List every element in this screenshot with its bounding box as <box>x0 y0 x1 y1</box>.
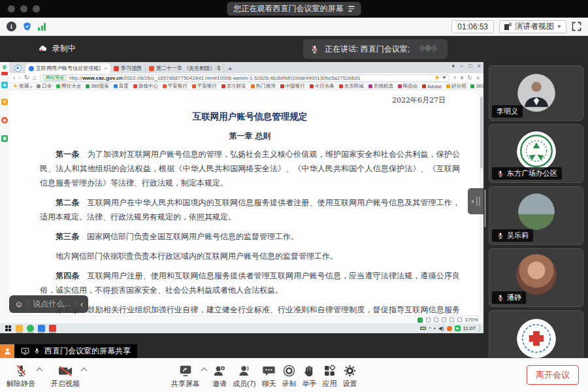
desktop-shortcut-icon[interactable]: ◈ <box>1 82 8 88</box>
status-icon-5[interactable] <box>457 318 462 322</box>
maximize-icon[interactable]: □ <box>468 63 472 69</box>
chat-placeholder[interactable]: 说点什么... <box>33 299 71 310</box>
record-button[interactable]: 录制 <box>282 363 296 389</box>
taskbar-browser-icon[interactable] <box>27 325 34 332</box>
browser-tab[interactable]: 互联网用户账号信息管理规定-中× <box>25 63 110 73</box>
status-icon-4[interactable] <box>449 318 454 322</box>
back-icon[interactable]: ‹ <box>13 74 15 81</box>
tray-display-icon[interactable]: ▪ <box>434 325 436 331</box>
site-safety-badge[interactable]: 网站安全 <box>43 75 67 81</box>
extensions-icon[interactable]: + <box>453 74 456 81</box>
list-icon[interactable] <box>349 6 355 12</box>
close-window-icon[interactable] <box>8 5 15 12</box>
bookmark-item[interactable]: 百度 <box>114 83 129 90</box>
status-icon-1[interactable] <box>426 318 431 322</box>
bookmark-item[interactable]: Adobe <box>422 84 442 90</box>
favorite-star-icon[interactable]: ★ <box>434 74 440 81</box>
zoom-window-icon[interactable] <box>33 5 40 12</box>
toolbar-collapse-icon[interactable]: ▾ <box>452 63 455 69</box>
bookmark-item[interactable]: 平安银行 <box>192 83 217 90</box>
info-icon[interactable]: i <box>7 22 16 31</box>
invite-button[interactable]: 邀请 <box>212 363 227 389</box>
participant-tile[interactable]: 东方广场办公区 <box>489 124 583 183</box>
bookmark-item[interactable]: 平安银行 <box>163 83 188 90</box>
fullscreen-icon[interactable] <box>572 22 581 31</box>
participant-tile[interactable]: 潘静 <box>489 248 583 307</box>
bookmark-item[interactable]: 360翻译 <box>470 83 483 90</box>
browser-tab[interactable]: 学习强国 <box>110 63 146 73</box>
tab-close-icon[interactable]: × <box>104 65 107 71</box>
bookmark-item[interactable]: 唯品会 <box>398 83 418 90</box>
participant-tile[interactable] <box>489 310 583 358</box>
bookmark-item[interactable]: ★收藏▾ <box>13 83 32 90</box>
url-text[interactable]: http://www.cac.gov.cn/2022-06/26/c_16578… <box>69 75 360 81</box>
bookmark-item[interactable]: 口令 <box>37 83 52 90</box>
browser-logo-icon[interactable]: e <box>1 64 8 71</box>
bookmark-item[interactable]: 热门微博 <box>251 83 276 90</box>
leave-meeting-button[interactable]: 离开会议 <box>527 365 579 385</box>
apps-button[interactable]: 应用 <box>322 363 336 389</box>
history-icon[interactable]: ↻ <box>467 74 472 81</box>
unmute-options-chevron[interactable] <box>37 368 43 374</box>
new-tab-button[interactable]: + <box>228 65 232 73</box>
page-accelerate-icon[interactable] <box>417 318 423 323</box>
participant-tile[interactable]: 李明义 <box>489 65 583 121</box>
view-mode-button[interactable]: 演讲者视图 <box>499 20 566 33</box>
download-icon[interactable]: ▾ <box>461 74 464 81</box>
reload-icon[interactable]: ↻ <box>24 74 29 81</box>
share-screen-button[interactable]: 共享屏幕 <box>171 363 200 389</box>
start-video-button[interactable]: 开启视频 <box>51 363 80 389</box>
network-signal-icon[interactable] <box>38 23 46 31</box>
chat-button[interactable]: 聊天 <box>261 363 276 389</box>
tray-expand-icon[interactable]: ^ <box>429 325 431 331</box>
bookmark-item[interactable]: 360搜索 <box>86 83 109 90</box>
browser-account-icon[interactable] <box>14 65 22 72</box>
emoji-icon[interactable]: ☺ <box>14 300 23 308</box>
menu-icon[interactable]: ≡ <box>476 74 480 81</box>
address-bar[interactable]: 网站安全 http://www.cac.gov.cn/2022-06/26/c_… <box>40 74 449 82</box>
sidebar-scrollbar[interactable] <box>484 189 486 227</box>
unmute-button[interactable]: 解除静音 <box>7 363 35 389</box>
desktop-green-shortcut-icon[interactable]: ▣ <box>1 135 8 142</box>
taskbar-app-red-icon[interactable] <box>49 325 56 332</box>
share-options-chevron[interactable] <box>201 368 208 374</box>
traffic-lights[interactable] <box>8 5 40 12</box>
home-icon[interactable]: ⌂ <box>33 74 37 81</box>
zoom-level[interactable]: 170% <box>465 317 478 323</box>
participant-tile[interactable]: 吴乐莉 <box>489 186 583 245</box>
raise-hand-button[interactable]: 举手 <box>302 363 316 389</box>
windows-start-icon[interactable] <box>5 325 11 331</box>
close-icon[interactable]: × <box>478 63 481 69</box>
minimize-icon[interactable]: − <box>460 63 463 69</box>
forward-icon[interactable]: › <box>18 74 20 81</box>
desktop-star-shortcut-icon[interactable]: ★ <box>1 99 8 105</box>
taskbar-explorer-icon[interactable] <box>16 325 23 332</box>
security-shield-icon[interactable] <box>22 22 32 31</box>
tray-volume-icon[interactable]: ◀) <box>438 325 444 331</box>
bookmark-item[interactable]: 中国银行 <box>280 83 305 90</box>
settings-button[interactable]: 设置 <box>342 363 357 389</box>
tray-wechat-icon[interactable] <box>455 325 461 331</box>
system-clock[interactable]: 11:07 <box>463 325 476 331</box>
minimize-window-icon[interactable] <box>20 5 27 12</box>
taskbar-app-blue-icon[interactable] <box>38 325 45 332</box>
browser-tab[interactable]: 第二十一章 《先生豹隐》-笔记 <box>146 63 224 73</box>
show-desktop-button[interactable] <box>480 325 481 332</box>
sidebar-collapse-handle[interactable]: › <box>468 188 483 214</box>
status-icon-3[interactable] <box>442 318 446 322</box>
tray-360-icon[interactable] <box>447 326 452 331</box>
bookmark-item[interactable]: 今日头条 <box>310 83 335 90</box>
video-options-chevron[interactable] <box>81 368 88 374</box>
chat-quick-input[interactable]: ☺ 说点什么... ‹ <box>9 295 88 313</box>
collapse-chat-icon[interactable]: ‹ <box>80 300 83 309</box>
bookmark-item[interactable]: 网址大全 <box>56 83 81 90</box>
bookmark-item[interactable]: 游戏中心 <box>133 83 158 90</box>
members-button[interactable]: 成员(7) <box>233 363 255 389</box>
bookmark-item[interactable]: 东方财富 <box>221 83 246 90</box>
status-icon-2[interactable] <box>434 318 438 322</box>
desktop-360-shortcut-icon[interactable]: ◉ <box>1 117 8 123</box>
url-dropdown-icon[interactable] <box>442 76 446 79</box>
bookmark-item[interactable]: 天猫精选 <box>368 83 393 90</box>
bookmark-item[interactable]: 好分期 <box>446 83 466 90</box>
bookmark-item[interactable]: 京东商城 <box>339 83 364 90</box>
